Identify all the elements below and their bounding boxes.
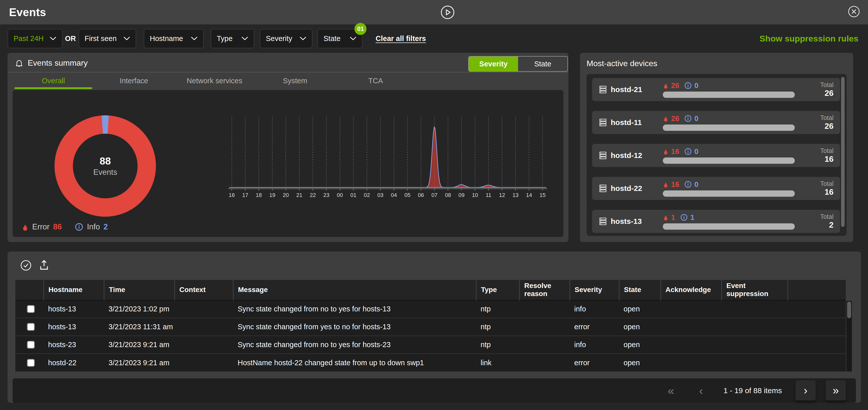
col-state[interactable]: State — [619, 280, 660, 300]
legend-info: Info 2 — [75, 223, 108, 231]
type-dropdown[interactable]: Type — [211, 29, 254, 48]
device-card-hosts-13[interactable]: hosts-13 1 1 Total 2 — [592, 210, 840, 233]
cell-type: ntp — [476, 300, 519, 318]
tab-network-services[interactable]: Network services — [174, 72, 255, 89]
row-checkbox[interactable] — [27, 323, 35, 331]
error-flame-icon — [663, 82, 669, 89]
legend-error-value: 86 — [53, 223, 62, 231]
svg-text:04: 04 — [391, 192, 397, 198]
row-checkbox[interactable] — [27, 359, 35, 367]
cell-event-suppression — [721, 336, 788, 354]
most-active-devices-title: Most-active devices — [587, 59, 657, 68]
close-button[interactable] — [848, 5, 860, 18]
export-button[interactable] — [38, 259, 50, 271]
col-type[interactable]: Type — [476, 280, 519, 300]
server-icon — [599, 118, 607, 127]
clear-all-filters-link[interactable]: Clear all filters — [376, 29, 426, 48]
col-hostname[interactable]: Hostname — [43, 280, 104, 300]
hostname-dropdown[interactable]: Hostname — [144, 29, 204, 48]
row-checkbox[interactable] — [27, 341, 35, 349]
svg-text:19: 19 — [269, 192, 275, 198]
device-error-count: 1 — [671, 213, 675, 221]
close-icon — [848, 5, 860, 18]
chart-legend: Error 86 Info 2 — [22, 223, 108, 231]
play-button[interactable] — [440, 5, 455, 20]
pagination-bar: « ‹ 1 - 19 of 88 items › » — [12, 378, 856, 403]
cell-acknowledge — [660, 318, 721, 336]
device-total-value: 2 — [806, 220, 834, 230]
devices-scrollbar[interactable] — [841, 77, 845, 227]
svg-text:07: 07 — [432, 192, 437, 198]
table-row[interactable]: hosts-13 3/21/2023 1:02 pm Sync state ch… — [16, 300, 846, 318]
time-range-dropdown[interactable]: Past 24H — [7, 29, 62, 48]
toggle-state[interactable]: State — [518, 57, 567, 71]
chevron-down-icon — [300, 36, 306, 41]
col-acknowledge[interactable]: Acknowledge — [660, 280, 721, 300]
tab-system[interactable]: System — [255, 72, 335, 89]
table-scrollbar[interactable] — [846, 301, 852, 372]
svg-text:05: 05 — [404, 192, 410, 198]
error-flame-icon — [663, 214, 669, 221]
tab-interface[interactable]: Interface — [94, 72, 174, 89]
cell-hostname: hosts-13 — [43, 318, 104, 336]
table-row[interactable]: hosts-23 3/21/2023 9:21 am Sync state ch… — [16, 336, 846, 354]
acknowledge-button[interactable] — [20, 260, 32, 271]
device-info-count: 0 — [694, 114, 698, 123]
col-time[interactable]: Time — [104, 280, 175, 300]
show-suppression-rules-link[interactable]: Show suppression rules — [760, 29, 859, 48]
device-card-hostd-22[interactable]: hostd-22 16 0 Total 16 — [592, 177, 840, 200]
col-message[interactable]: Message — [233, 280, 476, 300]
table-scrollbar-thumb[interactable] — [847, 302, 851, 318]
prev-page-button[interactable]: ‹ — [693, 378, 709, 403]
tab-tca[interactable]: TCA — [335, 72, 416, 89]
first-seen-dropdown[interactable]: First seen — [79, 29, 136, 48]
cell-message: Sync state changed from no to yes for ho… — [233, 336, 476, 354]
error-flame-icon — [663, 115, 669, 122]
cell-state: open — [619, 318, 660, 336]
state-filter-count-badge: 01 — [354, 23, 367, 35]
chevron-down-icon — [50, 36, 56, 41]
first-page-button[interactable]: « — [663, 378, 678, 403]
next-page-button[interactable]: › — [796, 380, 816, 401]
chevron-down-icon — [241, 36, 248, 41]
cell-type: link — [476, 354, 519, 372]
table-row[interactable]: hosts-13 3/21/2023 11:31 am Sync state c… — [16, 318, 846, 336]
device-name: hostd-21 — [611, 85, 642, 94]
device-error-count: 26 — [671, 81, 679, 90]
app-header: Events — [0, 0, 868, 24]
upload-icon — [38, 259, 50, 271]
cell-event-suppression — [721, 318, 788, 336]
svg-text:08: 08 — [445, 192, 451, 198]
col-context[interactable]: Context — [175, 280, 233, 300]
svg-text:03: 03 — [377, 192, 383, 198]
table-row[interactable]: hostd-22 3/21/2023 9:21 am HostName host… — [16, 354, 846, 372]
cell-severity: info — [570, 336, 619, 354]
last-page-button[interactable]: » — [826, 380, 846, 401]
info-icon — [684, 181, 692, 188]
server-icon — [599, 151, 607, 160]
state-label: State — [323, 34, 341, 43]
cell-time: 3/21/2023 9:21 am — [104, 336, 175, 354]
device-info-count: 1 — [690, 213, 694, 221]
device-name: hostd-12 — [611, 151, 642, 160]
tab-overall[interactable]: Overall — [13, 72, 94, 89]
device-card-hostd-12[interactable]: hostd-12 16 0 Total 16 — [592, 144, 840, 167]
cell-context — [175, 318, 233, 336]
events-summary-panel: Events summary Severity State Overall In… — [7, 53, 568, 242]
device-total-value: 16 — [806, 155, 834, 164]
legend-info-label: Info — [87, 223, 100, 231]
severity-dropdown[interactable]: Severity — [260, 29, 312, 48]
device-card-hostd-21[interactable]: hostd-21 26 0 Total 26 — [592, 78, 840, 101]
device-card-hostd-11[interactable]: hostd-11 26 0 Total 26 — [592, 111, 840, 134]
cell-state: open — [619, 300, 660, 318]
col-severity[interactable]: Severity — [570, 280, 619, 300]
total-label: Total — [806, 114, 834, 122]
cell-resolve-reason — [519, 300, 570, 318]
col-resolve-reason[interactable]: Resolve reason — [519, 280, 570, 300]
svg-text:16: 16 — [229, 192, 235, 198]
row-checkbox[interactable] — [27, 305, 35, 313]
col-event-suppression[interactable]: Event suppression — [721, 280, 788, 300]
toggle-severity[interactable]: Severity — [469, 57, 518, 71]
svg-text:22: 22 — [310, 192, 316, 198]
events-timeline-chart: 1617181920212223000102030405060708091011… — [226, 114, 549, 200]
